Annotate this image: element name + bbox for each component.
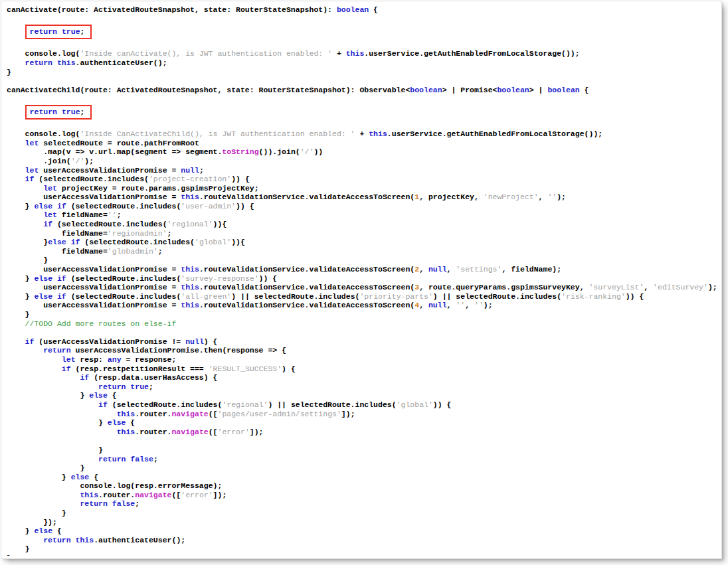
- code-token: return: [98, 382, 126, 391]
- code-token: 'project-creation': [149, 175, 231, 183]
- code-token: else: [34, 292, 52, 301]
- code-token: )): [314, 147, 323, 156]
- code-token: true: [62, 27, 80, 36]
- code-token: 'global': [397, 400, 433, 409]
- code-token: .join(: [7, 157, 71, 165]
- code-token: {: [108, 391, 117, 400]
- code-line: if (selectedRoute.includes('regional') |…: [7, 400, 719, 410]
- code-line: }: [7, 68, 719, 77]
- code-token: canActivateChild(route: ActivatedRouteSn…: [7, 86, 410, 94]
- code-token: 'globadmin': [108, 247, 158, 256]
- code-line: if (userAccessValidationPromise != null)…: [7, 337, 719, 347]
- code-token: else: [34, 202, 52, 210]
- code-line: }: [7, 544, 719, 554]
- code-token: });: [7, 518, 57, 526]
- code-line: console.log(resp.errorMessage);: [7, 481, 719, 491]
- code-token: 'regional': [167, 220, 213, 228]
- code-token: , projectKey,: [419, 193, 484, 201]
- code-line: if (selectedRoute.includes('regional')){: [7, 220, 719, 229]
- code-token: [7, 364, 62, 373]
- code-token: .routeValidationService.validateAccessTo…: [199, 301, 414, 309]
- code-token: );: [708, 283, 717, 291]
- code-token: .authenticateUser();: [94, 536, 185, 544]
- code-line: [7, 94, 719, 104]
- code-token: ,: [539, 193, 548, 201]
- code-line: return userAccessValidationPromise.then(…: [7, 346, 719, 355]
- code-token: 'settings': [456, 265, 501, 274]
- code-token: this: [346, 49, 365, 58]
- code-token: boolean: [497, 86, 529, 94]
- code-token: ;: [199, 166, 204, 175]
- code-line: return this.authenticateUser();: [7, 58, 719, 68]
- code-token: .router.: [135, 410, 171, 418]
- code-line: let fieldName='';: [7, 210, 719, 220]
- code-token: false: [130, 455, 153, 463]
- code-token: )) {: [259, 274, 278, 283]
- code-token: let: [62, 355, 76, 364]
- code-token: .userService.getAuthEnabledFromLocalStor…: [364, 49, 579, 58]
- code-line: console.log('Inside canActivate(), is JW…: [7, 49, 719, 58]
- code-token: else: [48, 238, 66, 246]
- code-token: 'global': [195, 238, 231, 246]
- code-token: if: [25, 175, 35, 183]
- code-token: 'pages/user-admin/settings': [218, 410, 341, 418]
- code-token: return: [25, 58, 52, 67]
- code-token: 'RESULT_SUCCESS': [209, 364, 282, 373]
- code-line: } else if (selectedRoute.includes('all-g…: [7, 292, 719, 301]
- code-token: '': [108, 210, 117, 219]
- code-token: this: [369, 129, 387, 138]
- code-token: ,: [419, 301, 428, 309]
- code-line: this.router.navigate(['pages/user-admin/…: [7, 410, 719, 419]
- code-token: (selectedRoute.includes(: [34, 175, 149, 183]
- code-token: [52, 58, 57, 67]
- code-line: let resp: any = response;: [7, 355, 719, 364]
- code-line: } else {: [7, 473, 719, 482]
- code-token: let: [25, 139, 39, 147]
- code-token: );: [84, 157, 94, 165]
- code-token: > | Promise<: [442, 86, 498, 94]
- code-line: //TODO Add more routes on else-if: [7, 319, 719, 329]
- code-token: [7, 220, 43, 228]
- code-token: (selectedRoute.includes(: [108, 400, 223, 409]
- code-token: navigate: [135, 491, 171, 499]
- code-token: [7, 210, 43, 219]
- code-token: {: [580, 86, 589, 94]
- code-token: true: [130, 382, 149, 391]
- code-token: this: [181, 301, 199, 309]
- code-token: boolean: [337, 5, 369, 14]
- code-token: this: [181, 283, 199, 291]
- code-token: [7, 337, 25, 346]
- code-token: }: [7, 292, 34, 301]
- code-line: userAccessValidationPromise = this.route…: [7, 283, 719, 292]
- code-token: [57, 27, 62, 36]
- code-token: this: [181, 193, 199, 201]
- code-line: return true;: [7, 23, 719, 40]
- code-line: return true;: [7, 382, 719, 392]
- code-token: )) {: [231, 175, 250, 183]
- code-token: [7, 58, 25, 67]
- code-line: if (selectedRoute.includes('project-crea…: [7, 175, 719, 184]
- code-token: ;: [149, 382, 153, 391]
- code-token: [7, 166, 25, 175]
- code-token: ;: [167, 229, 172, 238]
- code-token: canActivate(route: ActivatedRouteSnapsho…: [7, 5, 337, 14]
- code-token: }: [7, 473, 71, 481]
- code-line: .map(v => v.url.map(segment => segment.t…: [7, 147, 719, 157]
- code-token: userAccessValidationPromise =: [7, 301, 181, 309]
- code-token: '': [456, 301, 465, 309]
- code-token: else: [108, 418, 126, 427]
- code-token: }: [7, 526, 34, 535]
- code-token: > |: [529, 86, 548, 94]
- code-line: [7, 15, 719, 24]
- code-token: userAccessValidationPromise =: [39, 166, 181, 175]
- code-token: }: [7, 445, 103, 454]
- code-token: if: [98, 400, 108, 409]
- code-token: [71, 536, 76, 544]
- code-token: 'Inside CanActivateChild(), is JWT authe…: [80, 129, 355, 138]
- code-token: '': [474, 301, 484, 309]
- code-token: }: [7, 509, 66, 517]
- code-line: userAccessValidationPromise = this.route…: [7, 301, 719, 310]
- code-line: console.log('Inside CanActivateChild(), …: [7, 129, 719, 139]
- code-token: )) {: [236, 202, 254, 210]
- code-token: [7, 139, 25, 147]
